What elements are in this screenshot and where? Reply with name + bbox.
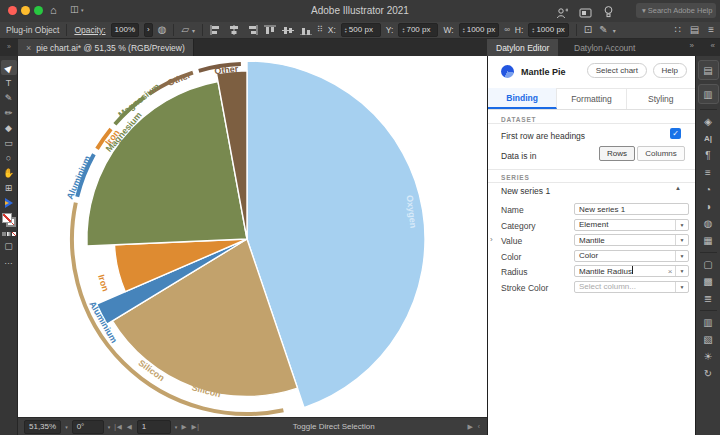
dock-expand-icon[interactable]: « (711, 41, 715, 50)
actions-panel-icon[interactable]: ↻ (699, 365, 718, 382)
align-center-h-icon[interactable] (228, 25, 240, 35)
color-mode-icons[interactable] (2, 232, 16, 236)
series-collapse-icon[interactable]: ▲ (675, 185, 681, 191)
recolor-artwork-icon[interactable]: ◍ (158, 25, 167, 35)
artboards-panel-icon[interactable]: ▢ (699, 256, 718, 273)
tab-binding[interactable]: Binding (488, 88, 557, 109)
color-panel-icon[interactable]: ◔ (699, 181, 718, 198)
spinner-icon[interactable]: ▴▾ (402, 27, 404, 33)
rectangle-tool[interactable]: ▭ (1, 135, 17, 150)
tab-formatting[interactable]: Formatting (557, 88, 626, 109)
select-chart-button[interactable]: Select chart (587, 63, 647, 78)
stroke-panel-icon[interactable]: ≡ (699, 164, 718, 181)
last-artboard-button[interactable]: ▶| (191, 423, 200, 431)
hand-tool[interactable]: ✋ (1, 165, 17, 180)
eyedropper-tool[interactable]: ◆ (1, 120, 17, 135)
align-bottom-icon[interactable] (300, 25, 312, 35)
gradient-bar-panel-icon[interactable]: ▥ (699, 314, 718, 331)
chevron-down-icon[interactable]: ▾ (65, 424, 68, 430)
gradient-icon[interactable] (7, 232, 11, 236)
dropdown-caret-icon[interactable]: ▼ (675, 282, 688, 292)
dropdown-caret-icon[interactable]: ▼ (675, 266, 688, 276)
field-input-x[interactable]: ▴▾500 px (341, 23, 381, 37)
first-row-headings-checkbox[interactable]: ✓ (670, 128, 681, 139)
search-input[interactable]: ▾ Search Adobe Help (636, 3, 716, 18)
artboard-canvas[interactable]: OxygenSiliconSiliconAluminiumIronAlumini… (18, 56, 487, 417)
zoom-tool[interactable]: ○ (1, 150, 17, 165)
opacity-label[interactable]: Opacity: (74, 25, 105, 35)
symbols-panel-icon[interactable]: ▩ (699, 273, 718, 290)
links-panel-icon[interactable]: ▧ (699, 331, 718, 348)
row-marker-icon[interactable]: › (490, 235, 493, 244)
image-panel-icon[interactable]: ▦ (699, 232, 718, 249)
document-tab[interactable]: × pie chart.ai* @ 51,35 % (RGB/Preview) (18, 39, 194, 56)
libraries-panel-icon[interactable]: ▤ (698, 60, 719, 80)
character-panel-icon[interactable]: A| (699, 130, 718, 147)
previous-artboard-button[interactable]: ◀ (127, 423, 133, 431)
spinner-icon[interactable]: ▴▾ (345, 27, 347, 33)
close-tab-icon[interactable]: × (26, 43, 31, 53)
dropdown-caret-icon[interactable]: ▼ (675, 220, 688, 230)
assets-panel-icon[interactable]: ▥ (698, 84, 719, 104)
paintbrush-tool[interactable]: ✏ (1, 105, 17, 120)
name-input[interactable]: New series 1 (574, 203, 689, 215)
gradient-panel-icon[interactable]: ◍ (699, 215, 718, 232)
align-panel-icon[interactable]: ≣ (699, 290, 718, 307)
align-left-icon[interactable] (210, 25, 222, 35)
field-input-w[interactable]: ▴▾1000 px (459, 23, 499, 37)
tab-styling[interactable]: Styling (627, 88, 695, 109)
pen-tool[interactable]: ✎ (1, 90, 17, 105)
search-scope-caret[interactable]: ▾ (642, 6, 646, 15)
color-icon[interactable] (2, 232, 6, 236)
next-artboard-button[interactable]: ▶ (181, 423, 187, 431)
color-select[interactable]: Color▼ (574, 250, 689, 262)
series-header[interactable]: New series 1 (501, 186, 550, 196)
datylon-tool[interactable] (1, 195, 17, 210)
type-tool[interactable]: T (1, 75, 17, 90)
dropdown-caret-icon[interactable]: ▼ (675, 251, 688, 261)
align-top-icon[interactable] (264, 25, 276, 35)
constrain-proportions-icon[interactable]: ⊡ (584, 25, 592, 35)
layers-panel-icon[interactable]: ◈ (699, 113, 718, 130)
status-back-icon[interactable]: ‹ (478, 423, 481, 430)
artboard-number-input[interactable]: 1 (137, 420, 171, 434)
status-expander-icon[interactable]: ▶ (467, 423, 473, 431)
paragraph-panel-icon[interactable]: ¶ (699, 147, 718, 164)
share-user-icon[interactable] (556, 5, 568, 23)
menu-icon[interactable]: ≡ (708, 25, 714, 35)
screen-mode-tool[interactable]: ▢ (1, 238, 17, 253)
orientation-columns-button[interactable]: Columns (637, 146, 685, 161)
chevron-down-icon[interactable]: ▾ (175, 424, 178, 430)
lightbulb-icon[interactable] (603, 4, 614, 22)
chevron-down-icon[interactable]: ▾ (108, 424, 111, 430)
link-dimensions-icon[interactable]: ∞ (504, 25, 510, 35)
value-select[interactable]: Mantile▼ (574, 234, 689, 246)
style-icon[interactable]: ✎ (599, 25, 607, 35)
orientation-rows-button[interactable]: Rows (599, 146, 635, 161)
dropdown-caret-icon[interactable]: ▼ (675, 235, 688, 245)
radius-select[interactable]: Mantile Radius×▼ (574, 265, 689, 277)
field-input-h[interactable]: ▴▾1000 px (528, 23, 568, 37)
panel-menu-icon[interactable]: » (690, 41, 694, 50)
spinner-icon[interactable]: ▴▾ (463, 27, 465, 33)
spinner-icon[interactable]: ▴▾ (532, 27, 534, 33)
transform-icon[interactable]: ▱ ▾ (181, 25, 195, 36)
distribute-grid-icon[interactable]: ⠿ (317, 25, 323, 35)
fill-swatch[interactable] (2, 213, 12, 223)
brightness-panel-icon[interactable]: ☀ (699, 348, 718, 365)
align-middle-v-icon[interactable] (282, 25, 294, 35)
panel-tab-datylon-account[interactable]: Datylon Account (565, 39, 644, 56)
opacity-more-button[interactable]: › (144, 23, 153, 37)
panel-tab-datylon-editor[interactable]: Datylon Editor (487, 39, 558, 56)
fill-stroke-swatches[interactable] (2, 213, 16, 227)
isolate-icon[interactable]: ▤ (690, 25, 699, 35)
more-tools[interactable]: … (1, 253, 17, 268)
help-button[interactable]: Help (653, 63, 687, 78)
opacity-input[interactable]: 100% (111, 23, 139, 37)
rotation-select[interactable]: 0° (72, 420, 104, 434)
zoom-level-select[interactable]: 51,35% (24, 420, 61, 434)
align-right-icon[interactable] (246, 25, 258, 35)
none-icon[interactable] (12, 232, 16, 236)
toolbar-more-icon[interactable]: » (0, 39, 18, 56)
shape-panel-icon[interactable]: ◑ (699, 198, 718, 215)
